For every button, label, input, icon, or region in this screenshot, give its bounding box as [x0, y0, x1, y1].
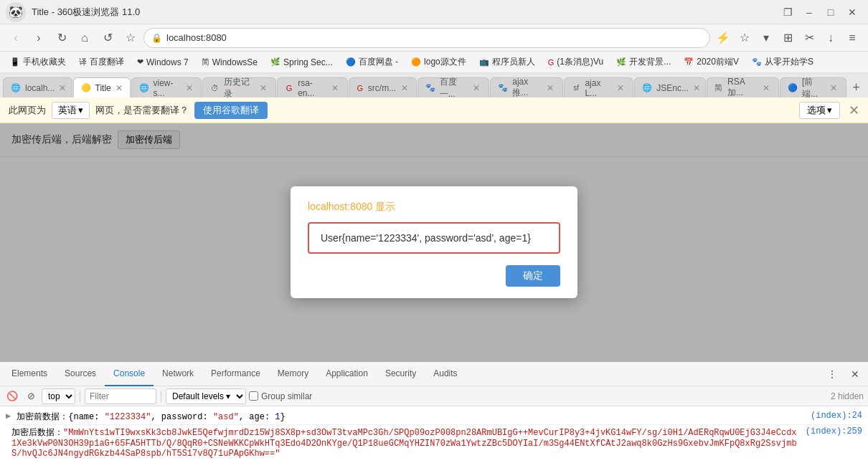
- alert-ok-btn[interactable]: 确定: [506, 265, 560, 287]
- home-btn[interactable]: ⌂: [75, 28, 95, 48]
- bookmark-vue[interactable]: G (1条消息)Vu: [542, 54, 609, 71]
- tab-close-btn[interactable]: ✕: [330, 82, 340, 94]
- context-select[interactable]: top: [42, 388, 75, 404]
- rotate-btn[interactable]: ↺: [98, 28, 118, 48]
- bookmark-icon: 🌿: [616, 57, 626, 67]
- devtools-tab-console[interactable]: Console: [105, 362, 154, 386]
- download-btn[interactable]: ↓: [821, 28, 841, 48]
- bookmark-logo[interactable]: 🟠 logo源文件: [405, 54, 472, 71]
- add-tab-btn[interactable]: +: [847, 77, 865, 97]
- forward-btn[interactable]: ›: [29, 28, 49, 48]
- tab-frontend[interactable]: 🔵 [前端... ✕: [780, 77, 846, 97]
- group-similar-text: Group similar: [261, 391, 312, 401]
- devtools-tab-network[interactable]: Network: [154, 362, 202, 386]
- tab-label: JSEnc...: [656, 83, 689, 93]
- bookmark-label: Windows 7: [146, 57, 189, 67]
- group-similar-checkbox[interactable]: [249, 391, 258, 401]
- tab-label: ajax L...: [585, 78, 611, 98]
- bookmark-icon: 🔵: [346, 57, 356, 67]
- maximize-btn[interactable]: □: [821, 2, 841, 22]
- tab-title[interactable]: 🟡 Title ✕: [73, 77, 131, 97]
- bookmark-baidu-pan[interactable]: 🔵 百度网盘 -: [340, 54, 404, 71]
- tab-label: rsa-en...: [298, 78, 326, 98]
- scissors-btn[interactable]: ✂: [799, 28, 819, 48]
- devtools-tab-memory[interactable]: Memory: [269, 362, 317, 386]
- tab-src[interactable]: G src/m... ✕: [349, 77, 417, 97]
- bookmark-mobile[interactable]: 📱 手机收藏夹: [4, 54, 72, 71]
- tab-rsa[interactable]: G rsa-en... ✕: [277, 77, 348, 97]
- tab-favicon: 🌐: [139, 83, 149, 93]
- separator: [80, 391, 80, 402]
- favorites-btn[interactable]: ☆: [735, 28, 755, 48]
- back-btn[interactable]: ‹: [6, 28, 26, 48]
- bookmark-zero[interactable]: 🐾 从零开始学S: [746, 54, 819, 71]
- tab-close-btn[interactable]: ✕: [693, 82, 700, 94]
- bookmark-icon: 🐾: [752, 57, 762, 67]
- bookmark-windows7[interactable]: ❤ Windows 7: [131, 54, 194, 71]
- tab-close-btn[interactable]: ✕: [184, 82, 194, 94]
- tab-close-btn[interactable]: ✕: [546, 82, 556, 94]
- language-select-btn[interactable]: 英语 ▾: [52, 102, 90, 119]
- devtools-tab-performance[interactable]: Performance: [202, 362, 269, 386]
- browser-window: 🐼 Title - 360极速浏览器 11.0 ❐ – □ ✕ ‹ › ↻ ⌂ …: [0, 0, 868, 468]
- tab-close-btn[interactable]: ✕: [59, 82, 66, 94]
- windows-btn[interactable]: ⊞: [778, 28, 798, 48]
- tab-view-s[interactable]: 🌐 view-s... ✕: [131, 77, 202, 97]
- translation-text1: 此网页为: [9, 104, 46, 117]
- translate-options-btn[interactable]: 选项 ▾: [799, 102, 840, 119]
- bookmark-spring[interactable]: 🌿 Spring Sec...: [265, 54, 339, 71]
- bookmark-dev-bg[interactable]: 🌿 开发背景...: [610, 54, 676, 71]
- tab-localh[interactable]: 🌐 localh... ✕: [3, 77, 72, 97]
- tab-close-btn[interactable]: ✕: [829, 82, 838, 94]
- lightning-btn[interactable]: ⚡: [713, 28, 733, 48]
- bookmark-icon: 🌿: [270, 57, 280, 67]
- tab-close-btn[interactable]: ✕: [761, 82, 771, 94]
- address-bar[interactable]: 🔒 localhost:8080: [143, 28, 710, 48]
- console-link-1[interactable]: (index):24: [811, 411, 862, 421]
- restore-btn[interactable]: ❐: [778, 2, 798, 22]
- tab-history[interactable]: ⏱ 历史记录 ✕: [202, 77, 275, 97]
- bookmark-windowsse[interactable]: 简 WindowsSe: [196, 54, 263, 71]
- tab-ajax2[interactable]: sf ajax L... ✕: [564, 77, 633, 97]
- google-translate-btn[interactable]: 使用谷歌翻译: [194, 102, 268, 119]
- minimize-btn[interactable]: –: [799, 2, 819, 22]
- favorites-more-btn[interactable]: ▾: [756, 28, 776, 48]
- tab-ajax1[interactable]: 🐾 ajax 推... ✕: [490, 77, 563, 97]
- bookmark-baidu-translate[interactable]: 译 百度翻译: [73, 54, 130, 71]
- devtools-tab-application[interactable]: Application: [317, 362, 377, 386]
- devtools-tab-sources[interactable]: Sources: [56, 362, 105, 386]
- console-link-2[interactable]: (index):259: [806, 426, 862, 436]
- devtools-close-btn[interactable]: ✕: [845, 364, 865, 384]
- menu-btn[interactable]: ≡: [842, 28, 862, 48]
- bookmark-icon: ❤: [137, 57, 143, 67]
- devtools-tab-security[interactable]: Security: [377, 362, 425, 386]
- tab-rsa-add[interactable]: 简 RSA加... ✕: [707, 77, 779, 97]
- tab-close-btn[interactable]: ✕: [615, 82, 626, 94]
- star-btn[interactable]: ☆: [121, 28, 141, 48]
- devtools-vertical-dots-btn[interactable]: ⋮: [822, 364, 842, 384]
- devtools-tab-audits[interactable]: Audits: [425, 362, 466, 386]
- refresh-btn[interactable]: ↻: [52, 28, 72, 48]
- console-content-1: 加密前数据：{name: "1223334", password: "asd",…: [16, 411, 805, 423]
- bookmark-icon: 📱: [10, 57, 20, 67]
- clear-console-btn[interactable]: 🚫: [4, 388, 20, 404]
- tab-close-btn[interactable]: ✕: [472, 82, 482, 94]
- tab-close-btn[interactable]: ✕: [115, 82, 123, 94]
- tab-close-btn[interactable]: ✕: [258, 82, 268, 94]
- bookmark-label: 2020前端V: [697, 56, 739, 68]
- close-translate-btn[interactable]: ✕: [849, 102, 859, 118]
- bookmark-2020[interactable]: 📅 2020前端V: [678, 54, 745, 71]
- console-prefix: ▶: [6, 411, 11, 421]
- lang-arrow-icon: ▾: [78, 105, 83, 115]
- bookmark-label: 从零开始学S: [765, 56, 813, 68]
- close-btn[interactable]: ✕: [842, 2, 862, 22]
- filter-input[interactable]: [85, 388, 156, 404]
- stop-btn[interactable]: ⊘: [23, 388, 39, 404]
- bookmark-programmer[interactable]: 📺 程序员新人: [473, 54, 541, 71]
- tab-baidu[interactable]: 🐾 百度一... ✕: [418, 77, 490, 97]
- tab-close-btn[interactable]: ✕: [400, 82, 408, 94]
- tab-jsenc[interactable]: 🌐 JSEnc... ✕: [634, 77, 706, 97]
- default-levels-select[interactable]: Default levels ▾: [166, 388, 246, 404]
- devtools-tab-elements[interactable]: Elements: [3, 362, 56, 386]
- bookmark-label: 手机收藏夹: [23, 56, 66, 68]
